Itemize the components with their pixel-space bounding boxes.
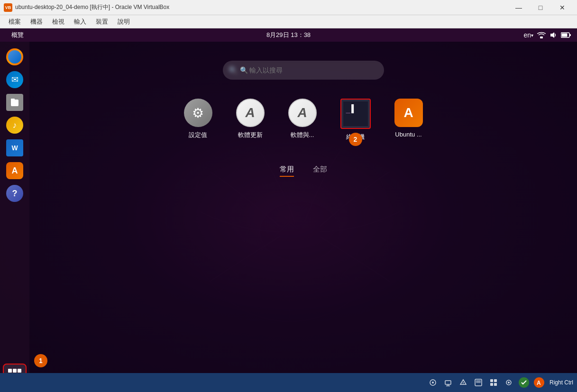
ubuntu-topbar: 概覽 8月29日 13：38 en ▾ [0, 28, 577, 42]
app-software-update-label: 軟體更新 [238, 131, 263, 139]
app-software-update[interactable]: A 軟體更新 [236, 99, 265, 141]
taskbar-icon-1[interactable] [441, 376, 455, 389]
app-ubuntu-store[interactable]: A Ubuntu ... [394, 99, 423, 141]
vbox-menu-bar: 檔案 機器 檢視 輸入 裝置 說明 [0, 15, 577, 28]
battery-icon[interactable] [561, 32, 571, 38]
menu-input[interactable]: 輸入 [69, 16, 91, 28]
menu-help[interactable]: 說明 [113, 16, 135, 28]
svg-point-17 [432, 382, 434, 383]
svg-text:A: A [537, 380, 541, 386]
svg-rect-25 [490, 379, 493, 382]
svg-rect-28 [494, 383, 497, 386]
close-button[interactable]: ✕ [551, 0, 573, 15]
terminal-inner: _ ▌ [343, 101, 368, 126]
writer-icon: W [6, 139, 23, 156]
language-indicator[interactable]: en ▾ [523, 31, 533, 39]
dock-help[interactable]: ? [4, 183, 25, 204]
taskbar-green-icon[interactable] [517, 376, 531, 389]
help-icon: ? [6, 185, 23, 202]
right-ctrl-label: Right Ctrl [550, 379, 573, 386]
app-ubuntu-store-label: Ubuntu ... [395, 131, 421, 138]
thunderbird-icon: ✉ [6, 71, 23, 88]
svg-rect-26 [494, 379, 497, 382]
svg-point-30 [508, 382, 510, 383]
maximize-button[interactable]: □ [530, 0, 551, 15]
ubuntu-dock: ✉ ♪ W A [0, 42, 29, 392]
svg-marker-1 [550, 32, 554, 38]
taskbar-icon-3[interactable] [472, 376, 485, 389]
menu-view[interactable]: 檢視 [47, 16, 69, 28]
software-update-icon: A [236, 99, 265, 127]
dock-thunderbird[interactable]: ✉ [4, 69, 25, 90]
tab-common[interactable]: 常用 [280, 165, 294, 177]
window-controls: — □ ✕ [508, 0, 573, 15]
app-settings[interactable]: ⚙ 設定值 [184, 99, 212, 141]
windows-taskbar: A Right Ctrl [0, 373, 577, 392]
svg-rect-0 [540, 36, 543, 38]
vm-container: 概覽 8月29日 13：38 en ▾ [0, 28, 577, 392]
network-icon[interactable] [537, 32, 546, 38]
dock-firefox[interactable] [4, 46, 25, 67]
taskbar-network-icon[interactable] [426, 376, 440, 389]
menu-machine[interactable]: 機器 [26, 16, 47, 28]
firefox-icon [6, 48, 23, 65]
dock-files[interactable] [4, 92, 25, 113]
step1-badge: 1 [34, 354, 47, 367]
title-bar: VB ubuntu-desktop-20_04-demo [執行中] - Ora… [0, 0, 577, 15]
menu-file[interactable]: 檔案 [4, 16, 26, 28]
app-grid: ⚙ 設定值 A 軟體更新 A 軟體與... [184, 99, 423, 141]
taskbar-icon-5[interactable] [502, 376, 515, 389]
svg-rect-15 [11, 99, 15, 100]
software-center-icon: A [288, 99, 317, 127]
files-icon [6, 94, 23, 111]
taskbar-right: A Right Ctrl [426, 376, 573, 389]
app-software-center[interactable]: A 軟體與... [288, 99, 317, 141]
svg-rect-4 [562, 34, 568, 37]
rhythmbox-icon: ♪ [6, 117, 23, 134]
menu-devices[interactable]: 裝置 [91, 16, 113, 28]
dock-rhythmbox[interactable]: ♪ [4, 115, 25, 136]
tab-all[interactable]: 全部 [313, 165, 327, 177]
svg-rect-27 [490, 383, 493, 386]
svg-point-22 [463, 384, 464, 385]
app-launcher: 🔍 ⚙ 設定值 A 軟體更新 [29, 42, 577, 392]
dock-writer[interactable]: W [4, 137, 25, 158]
ubuntu-desktop: ✉ ♪ W A [0, 42, 577, 392]
settings-icon: ⚙ [184, 99, 212, 127]
topbar-right: en ▾ [523, 31, 571, 39]
taskbar-icon-2[interactable] [457, 376, 470, 389]
terminal-icon: _ ▌ [340, 99, 371, 129]
search-bar-container: 🔍 [223, 61, 384, 80]
window-title: ubuntu-desktop-20_04-demo [執行中] - Oracle… [15, 3, 508, 11]
minimize-button[interactable]: — [508, 0, 530, 15]
app-settings-label: 設定值 [189, 131, 207, 139]
topbar-overview[interactable]: 概覽 [6, 31, 29, 39]
app-terminal[interactable]: _ ▌ 終端機 2 [340, 99, 371, 141]
svg-rect-3 [569, 34, 571, 36]
taskbar-orange-icon[interactable]: A [532, 376, 546, 389]
app-software-center-label: 軟體與... [291, 131, 314, 139]
step2-badge: 2 [349, 133, 362, 146]
svg-rect-24 [476, 380, 481, 383]
svg-rect-14 [11, 100, 18, 106]
ubuntu-store-icon: A [394, 99, 423, 127]
search-wrap: 🔍 [223, 61, 384, 80]
appstore-icon: A [6, 162, 23, 179]
search-input[interactable] [223, 61, 384, 80]
virtualbox-icon: VB [4, 3, 12, 12]
topbar-datetime: 8月29日 13：38 [266, 31, 311, 39]
tab-bar: 常用 全部 [280, 165, 327, 177]
svg-rect-18 [445, 381, 451, 384]
taskbar-icon-4[interactable] [487, 376, 500, 389]
dock-appstore[interactable]: A [4, 160, 25, 181]
volume-icon[interactable] [550, 31, 557, 39]
